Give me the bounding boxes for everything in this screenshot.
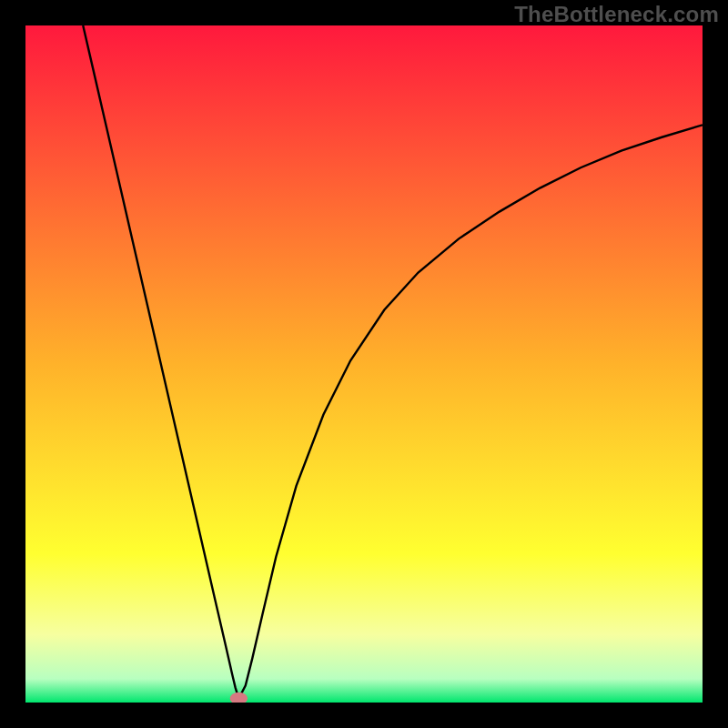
gradient-background [25, 25, 703, 703]
watermark-text: TheBottleneck.com [514, 2, 719, 27]
plot-svg [25, 25, 703, 703]
chart-frame: TheBottleneck.com [0, 0, 728, 728]
plot-area [25, 25, 703, 703]
